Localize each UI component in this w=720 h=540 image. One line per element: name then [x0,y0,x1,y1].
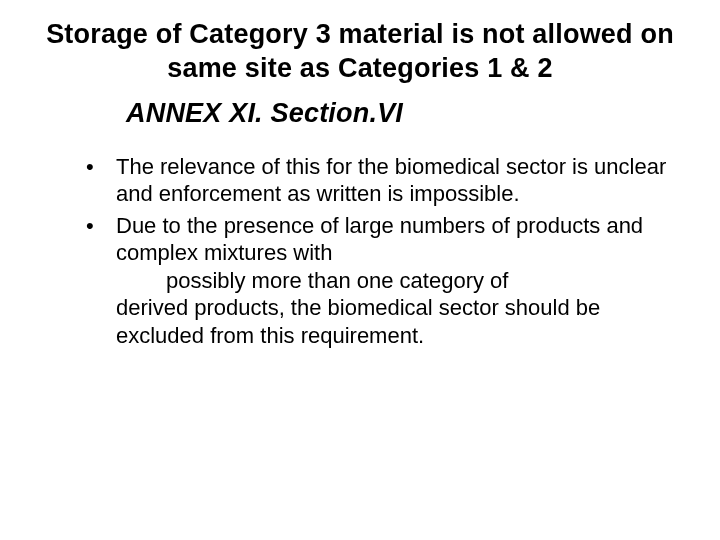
list-item: The relevance of this for the biomedical… [86,153,684,208]
bullet-text: derived products, the biomedical sector … [116,295,600,348]
bullet-text: The relevance of this for the biomedical… [116,154,666,207]
slide-subtitle: ANNEX XI. Section.VI [126,98,684,129]
slide-title: Storage of Category 3 material is not al… [38,18,682,86]
list-item: Due to the presence of large numbers of … [86,212,684,350]
bullet-text-indented: possibly more than one category of [116,267,684,295]
bullet-text: Due to the presence of large numbers of … [116,213,643,266]
bullet-list: The relevance of this for the biomedical… [86,153,684,350]
slide: Storage of Category 3 material is not al… [0,0,720,540]
